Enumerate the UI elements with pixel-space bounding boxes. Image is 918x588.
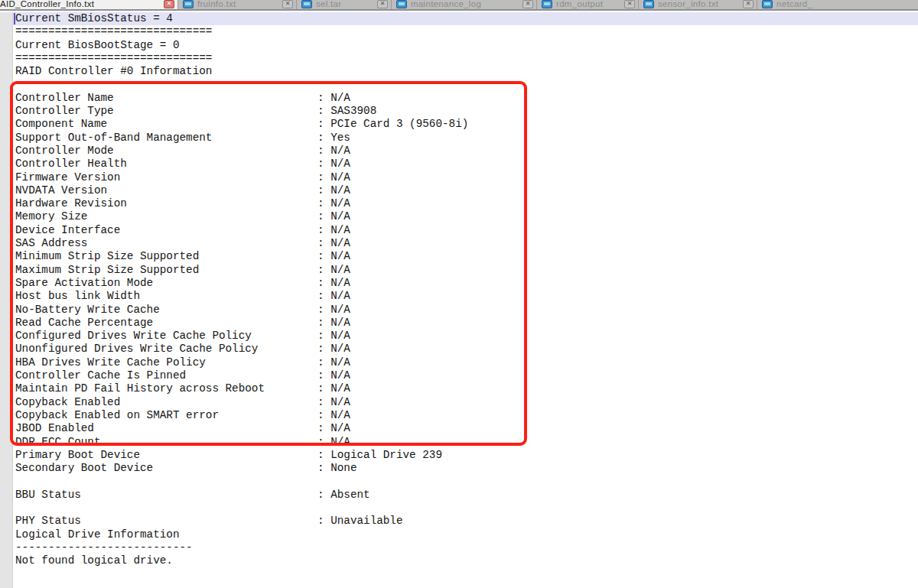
editor-line: Copyback Enabled on SMART error: N/A [13, 409, 918, 422]
file-icon [542, 0, 552, 8]
property-label: Controller Type [15, 105, 317, 118]
tab-rdm-output[interactable]: rdm_output ✕ [536, 0, 638, 10]
property-label: Support Out-of-Band Management [15, 132, 317, 145]
property-label: Read Cache Percentage [15, 317, 317, 330]
tab-sensor-info[interactable]: sensor_info.txt ✕ [638, 0, 757, 10]
file-icon [396, 0, 407, 8]
editor-line: Maximum Strip Size Supported: N/A [13, 264, 918, 277]
editor-line: Controller Health: N/A [13, 158, 918, 171]
close-icon[interactable]: ✕ [522, 0, 533, 8]
property-label: No-Battery Write Cache [15, 304, 317, 317]
editor-line [13, 78, 918, 91]
editor-line: Copyback Enabled: N/A [13, 396, 918, 409]
editor-line: JBOD Enabled: N/A [13, 422, 918, 435]
tab-title: netcard_ [776, 0, 812, 8]
editor-line: Device Interface: N/A [13, 224, 918, 237]
close-icon[interactable]: ✕ [377, 0, 388, 8]
editor-line: Current SmBiosStatus = 4 [13, 12, 918, 25]
editor-line: Host bus link Width: N/A [13, 290, 918, 303]
property-value: : N/A [317, 145, 350, 158]
close-icon[interactable]: ✕ [743, 0, 754, 8]
property-value: : N/A [317, 290, 350, 303]
tab-raid-controller-info[interactable]: AID_Controller_Info.txt ✕ [0, 0, 177, 10]
property-label: Maintain PD Fail History across Reboot [15, 382, 317, 395]
editor-line: No-Battery Write Cache: N/A [13, 304, 918, 317]
editor-line: Logical Drive Information [13, 528, 918, 541]
property-label: Configured Drives Write Cache Policy [15, 330, 317, 343]
property-label: BBU Status [15, 489, 317, 502]
close-icon[interactable]: ✕ [164, 0, 174, 8]
editor-line: ============================== [13, 52, 918, 65]
editor-line: Spare Activation Mode: N/A [13, 277, 918, 290]
property-value: : PCIe Card 3 (9560-8i) [317, 118, 468, 131]
editor-line: Secondary Boot Device: None [13, 462, 918, 475]
editor-line: Support Out-of-Band Management: Yes [13, 132, 918, 145]
editor-content: Current SmBiosStatus = 4================… [13, 12, 918, 588]
editor-line: Hardware Revision: N/A [13, 197, 918, 210]
editor-line: Maintain PD Fail History across Reboot: … [13, 382, 918, 395]
property-label: Copyback Enabled [15, 396, 317, 409]
property-value: : Yes [317, 132, 350, 145]
text-caret [14, 13, 15, 24]
property-label: Component Name [15, 118, 317, 131]
property-value: : None [317, 462, 356, 475]
property-value: : Unavailable [317, 515, 403, 528]
tab-fruinfo[interactable]: fruinfo.txt ✕ [177, 0, 296, 10]
tab-title: AID_Controller_Info.txt [0, 0, 94, 8]
property-value: : N/A [317, 171, 350, 184]
editor-line: SAS Address: N/A [13, 237, 918, 250]
editor-line: Memory Size: N/A [13, 210, 918, 223]
property-value: : N/A [317, 330, 350, 343]
editor-line: Not found logical drive. [13, 554, 918, 567]
editor-line: Controller Mode: N/A [13, 145, 918, 158]
file-icon [301, 0, 312, 8]
property-label: Firmware Version [15, 171, 317, 184]
tab-title: fruinfo.txt [197, 0, 236, 8]
close-icon[interactable]: ✕ [282, 0, 293, 8]
property-value: : N/A [317, 369, 350, 382]
editor-line: Controller Name: N/A [13, 92, 918, 105]
property-label: Spare Activation Mode [15, 277, 317, 290]
editor-line: PHY Status: Unavailable [13, 515, 918, 528]
property-label: Controller Cache Is Pinned [15, 369, 317, 382]
file-icon [643, 0, 654, 8]
property-label: DDR ECC Count [15, 436, 317, 449]
property-label: JBOD Enabled [15, 422, 317, 435]
property-label: Controller Name [15, 92, 317, 105]
property-value: : N/A [317, 396, 350, 409]
tab-netcard[interactable]: netcard_ [757, 0, 917, 10]
property-label: Secondary Boot Device [15, 462, 317, 475]
editor-line: Firmware Version: N/A [13, 171, 918, 184]
editor-line: HBA Drives Write Cache Policy: N/A [13, 356, 918, 369]
tab-maintenance-log[interactable]: maintenance_log ✕ [391, 0, 536, 10]
close-icon[interactable]: ✕ [624, 0, 635, 8]
tab-title: sel.tar [316, 0, 341, 8]
property-value: : N/A [317, 436, 350, 449]
property-value: : Logical Drive 239 [317, 449, 442, 462]
property-value: : SAS3908 [317, 105, 376, 118]
file-icon [183, 0, 194, 8]
editor-line: Controller Cache Is Pinned: N/A [13, 369, 918, 382]
property-value: : N/A [317, 197, 350, 210]
property-value: : N/A [317, 422, 350, 435]
property-value: : N/A [317, 304, 350, 317]
property-label: Unonfigured Drives Write Cache Policy [15, 343, 317, 356]
editor-line [13, 502, 918, 515]
property-value: : N/A [317, 343, 350, 356]
text-editor[interactable]: Current SmBiosStatus = 4================… [0, 12, 918, 588]
property-value: : N/A [317, 92, 350, 105]
editor-line: RAID Controller #0 Information [13, 65, 918, 78]
file-icon [762, 0, 773, 8]
editor-line: Controller Type: SAS3908 [13, 105, 918, 118]
property-label: SAS Address [15, 237, 317, 250]
property-label: Maximum Strip Size Supported [15, 264, 317, 277]
property-value: : N/A [317, 317, 350, 330]
tab-sel-tar[interactable]: sel.tar ✕ [296, 0, 391, 10]
property-label: NVDATA Version [15, 184, 317, 197]
property-value: : N/A [317, 264, 350, 277]
editor-line: --------------------------- [13, 541, 918, 554]
property-label: Hardware Revision [15, 197, 317, 210]
property-value: : N/A [317, 184, 350, 197]
property-value: : N/A [317, 382, 350, 395]
property-value: : N/A [317, 356, 350, 369]
